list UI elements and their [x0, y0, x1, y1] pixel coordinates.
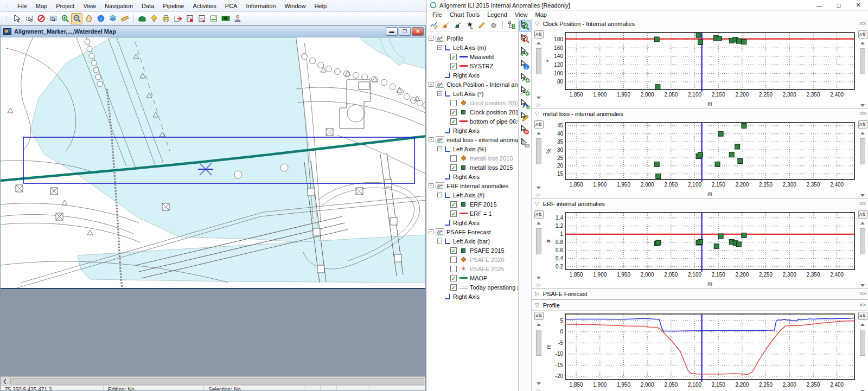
sort-filter-button[interactable]: A⇅ [858, 120, 867, 129]
scrollbar-thumb[interactable] [536, 330, 541, 356]
tree-node-erf-internal-anomalies[interactable]: −ERF internal anomalies [426, 181, 518, 190]
menu-map[interactable]: Map [532, 11, 551, 18]
tree-node-left-axis-[interactable]: −Left Axis (%) [426, 144, 518, 153]
scale-display-tool-icon[interactable]: 1.3 [220, 13, 231, 24]
select-tool-icon[interactable] [11, 13, 23, 24]
expand-play-icon[interactable]: ▷ [537, 102, 541, 107]
tree-node-psafe-forecast[interactable]: −PSAFE Forecast [426, 227, 518, 236]
disable-icon[interactable] [488, 20, 499, 30]
filter-funnel-icon[interactable]: ▽ [535, 111, 539, 117]
scroll-down-icon[interactable] [860, 284, 865, 287]
tree-node-metal-loss-internal-anomalies[interactable]: −metal loss - internal anomalies [426, 135, 518, 144]
tree-expander-icon[interactable]: − [437, 193, 442, 197]
tree-expander-icon[interactable]: − [437, 45, 442, 50]
scroll-down-icon[interactable] [537, 382, 541, 385]
box-select-tool-icon[interactable] [519, 137, 531, 149]
view-3d-tool-icon[interactable] [136, 13, 148, 24]
menu-pca[interactable]: PCA [221, 1, 242, 11]
pin-anomaly-tool-icon[interactable] [519, 98, 531, 110]
menu-window[interactable]: Window [280, 1, 310, 11]
tree-node-left-axis-bar-[interactable]: −Left Axis (bar) [426, 236, 518, 246]
menu-map[interactable]: Map [31, 1, 52, 11]
panel-header[interactable]: ▽ERF internal anomalies✕✕ [532, 198, 868, 209]
filter-funnel-icon[interactable]: ▽ [535, 201, 539, 207]
series-flag-icon[interactable] [464, 20, 475, 30]
map-window-titlebar[interactable]: Alignment_Marker,...,Waterdeel Map ▬ ❐ ✕ [1, 26, 425, 37]
menu-help[interactable]: Help [310, 1, 331, 11]
gallery-tool-icon[interactable] [208, 13, 219, 24]
scrollbar-thumb[interactable] [860, 48, 865, 74]
scrollbar-thumb[interactable] [860, 228, 865, 254]
menu-pipeline[interactable]: Pipeline [158, 1, 188, 11]
add-multipoint-tool-icon[interactable] [519, 85, 531, 97]
select-features-tool-icon[interactable] [47, 13, 59, 24]
panel-close-icon[interactable]: ✕✕ [859, 302, 866, 308]
legend-series-psafe-2025[interactable]: ✳PSAFE 2025 [426, 264, 518, 273]
series-checkbox[interactable]: ✓ [450, 54, 457, 60]
legend-series-today-operationg-pr[interactable]: ✓Today operationg pr [426, 283, 518, 292]
tree-node-profile[interactable]: −Profile [426, 34, 518, 43]
legend-series-psafe-2020[interactable]: PSAFE 2020 [426, 255, 518, 264]
series-checkbox[interactable]: ✓ [450, 109, 457, 116]
scroll-down-icon[interactable] [537, 97, 541, 99]
legend-series-clock-position-2010[interactable]: clock position 2010 [426, 98, 518, 107]
select-zoom-tool-icon[interactable] [519, 20, 531, 32]
scroll-up-icon[interactable] [537, 132, 541, 134]
plot-area[interactable]: 1,8501,9001,9502,0002,0502,1002,1502,200… [546, 29, 857, 108]
map-canvas[interactable] [1, 37, 425, 289]
scroll-down-icon[interactable] [860, 104, 865, 107]
export-tool-icon[interactable] [172, 13, 183, 24]
tree-node-right-axis[interactable]: Right Axis [426, 292, 518, 301]
zoom-in-tool-icon[interactable] [59, 13, 71, 24]
tree-expander-icon[interactable]: − [429, 137, 433, 142]
document-export-tool-icon[interactable] [196, 13, 207, 24]
panel-close-icon[interactable]: ✕✕ [859, 111, 866, 117]
plot-area[interactable]: 1,8501,9001,9502,0002,0502,1002,1502,200… [546, 311, 857, 391]
edit-icon[interactable] [476, 20, 487, 30]
panel-header[interactable]: ▽Clock Position - Internal anomalies✕✕ [532, 18, 868, 29]
close-button[interactable]: ✕ [412, 27, 424, 36]
tree-node-right-axis[interactable]: Right Axis [426, 218, 518, 227]
legend-series-systrz[interactable]: ✓SYSTRZ [426, 61, 518, 70]
legend-series-clock-position-2015[interactable]: ✓Clock position 2015 [426, 107, 518, 117]
legend-series-maaiveld[interactable]: ✓Maaiveld [426, 52, 518, 61]
tree-expander-icon[interactable]: − [429, 82, 433, 87]
legend-series-metall-loss-2010[interactable]: metall loss 2010 [426, 153, 518, 163]
zoom-out-tool-icon[interactable] [519, 33, 531, 45]
minimize-button[interactable]: — [809, 0, 829, 10]
menu-activities[interactable]: Activities [188, 1, 220, 11]
legend-series-bottom-of-pipe-06-00[interactable]: ✓bottom of pipe 06:00 [426, 117, 518, 126]
scroll-up-icon[interactable] [860, 222, 865, 225]
sort-filter-button[interactable]: A⇅ [534, 312, 544, 320]
identify-point-tool-icon[interactable]: i [519, 59, 531, 71]
add-point-tool-icon[interactable] [519, 72, 531, 84]
delete-point-tool-icon[interactable] [519, 124, 531, 136]
activities-tool-icon[interactable] [148, 13, 159, 24]
tree-node-clock-position-internal-anomali[interactable]: −Clock Position - Internal anomali [426, 80, 518, 89]
disable-selection-tool-icon[interactable] [35, 13, 47, 24]
menu-view[interactable]: View [79, 1, 100, 11]
series-checkbox[interactable]: ✓ [450, 210, 457, 217]
series-2010-icon[interactable] [441, 20, 451, 30]
map-horizontal-scrollbar[interactable]: ❮ [1, 376, 425, 385]
tree-expander-icon[interactable]: − [429, 36, 433, 41]
panel-header[interactable]: ▷PSAFE Forecast✕✕ [532, 289, 868, 299]
chart-window-titlebar[interactable]: Alignment ILI 2015 Internal Anomalies [R… [426, 0, 868, 11]
expand-play-icon[interactable]: ▷ [537, 192, 541, 197]
scroll-up-icon[interactable] [860, 323, 865, 326]
tree-expander-icon[interactable]: − [437, 146, 442, 151]
legend-series-maop[interactable]: ✓MAOP [426, 273, 518, 283]
tree-expander-icon[interactable]: − [429, 183, 433, 188]
plot-area[interactable]: 1,8501,9001,9502,0002,0502,1002,1502,200… [546, 119, 857, 198]
sort-filter-button[interactable]: A⇅ [858, 312, 867, 320]
panel-header[interactable]: ▽metal loss - internal anomalies✕✕ [532, 108, 868, 119]
tree-structure-icon[interactable] [506, 20, 517, 30]
scrollbar-thumb[interactable] [536, 228, 541, 254]
panel-close-icon[interactable]: ✕✕ [859, 291, 866, 297]
scroll-down-icon[interactable] [537, 187, 541, 189]
panel-header[interactable]: ▽Profile✕✕ [532, 300, 868, 311]
maximize-button[interactable]: □ [829, 0, 848, 10]
legend-series-metall-loss-2015[interactable]: ✓metall loss 2015 [426, 163, 518, 172]
pan-horizontal-tool-icon[interactable] [519, 46, 531, 58]
menu-navigation[interactable]: Navigation [100, 1, 137, 11]
